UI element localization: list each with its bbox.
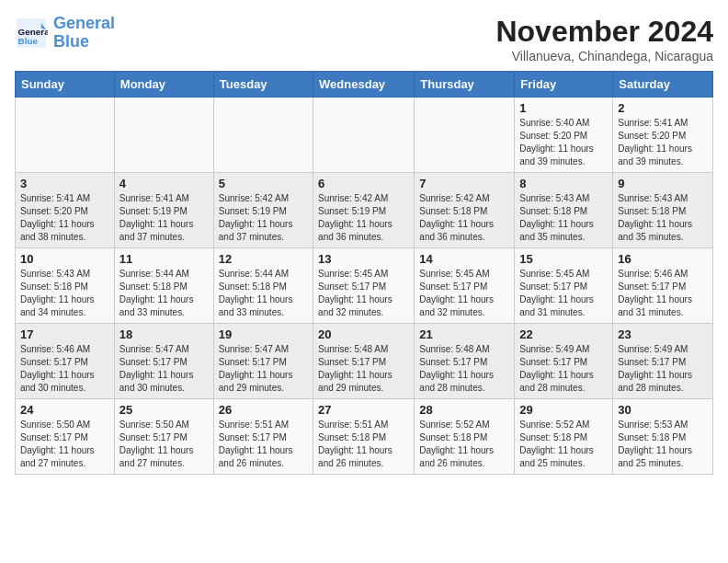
calendar-cell: 1Sunrise: 5:40 AM Sunset: 5:20 PM Daylig… (515, 98, 613, 173)
day-info: Sunrise: 5:45 AM Sunset: 5:17 PM Dayligh… (419, 268, 509, 319)
calendar-cell: 17Sunrise: 5:46 AM Sunset: 5:17 PM Dayli… (16, 324, 115, 399)
day-number: 24 (20, 403, 109, 417)
day-info: Sunrise: 5:40 AM Sunset: 5:20 PM Dayligh… (519, 117, 608, 168)
calendar-cell: 11Sunrise: 5:44 AM Sunset: 5:18 PM Dayli… (114, 248, 213, 324)
day-number: 18 (119, 327, 209, 341)
day-info: Sunrise: 5:52 AM Sunset: 5:18 PM Dayligh… (519, 419, 608, 470)
calendar-cell: 26Sunrise: 5:51 AM Sunset: 5:17 PM Dayli… (213, 399, 313, 475)
day-info: Sunrise: 5:43 AM Sunset: 5:18 PM Dayligh… (618, 192, 708, 244)
weekday-header-saturday: Saturday (613, 72, 713, 98)
day-info: Sunrise: 5:42 AM Sunset: 5:19 PM Dayligh… (219, 192, 308, 244)
weekday-header-tuesday: Tuesday (213, 72, 313, 98)
calendar-cell (313, 98, 415, 173)
day-info: Sunrise: 5:45 AM Sunset: 5:17 PM Dayligh… (318, 268, 409, 319)
calendar-cell: 14Sunrise: 5:45 AM Sunset: 5:17 PM Dayli… (415, 248, 515, 324)
calendar-cell: 16Sunrise: 5:46 AM Sunset: 5:17 PM Dayli… (613, 248, 713, 324)
title-block: November 2024 Villanueva, Chinandega, Ni… (495, 15, 713, 63)
day-info: Sunrise: 5:53 AM Sunset: 5:18 PM Dayligh… (618, 419, 708, 470)
day-number: 23 (618, 327, 708, 341)
day-info: Sunrise: 5:45 AM Sunset: 5:17 PM Dayligh… (519, 268, 608, 319)
day-number: 3 (20, 177, 109, 190)
weekday-header-row: SundayMondayTuesdayWednesdayThursdayFrid… (16, 72, 713, 98)
day-number: 7 (419, 177, 509, 190)
day-number: 1 (519, 101, 608, 115)
calendar-cell: 18Sunrise: 5:47 AM Sunset: 5:17 PM Dayli… (114, 324, 213, 399)
day-number: 21 (419, 327, 509, 341)
day-number: 2 (618, 101, 708, 115)
day-number: 12 (219, 252, 308, 266)
calendar-cell (213, 98, 313, 173)
calendar-cell: 10Sunrise: 5:43 AM Sunset: 5:18 PM Dayli… (16, 248, 115, 324)
day-number: 14 (419, 252, 509, 266)
calendar-cell (114, 98, 213, 173)
day-number: 26 (219, 403, 308, 417)
calendar-cell: 15Sunrise: 5:45 AM Sunset: 5:17 PM Dayli… (515, 248, 613, 324)
day-number: 10 (20, 252, 109, 266)
day-info: Sunrise: 5:51 AM Sunset: 5:17 PM Dayligh… (219, 419, 308, 470)
calendar-cell: 24Sunrise: 5:50 AM Sunset: 5:17 PM Dayli… (16, 399, 115, 475)
calendar-cell: 8Sunrise: 5:43 AM Sunset: 5:18 PM Daylig… (515, 173, 613, 248)
day-number: 22 (519, 327, 608, 341)
day-info: Sunrise: 5:47 AM Sunset: 5:17 PM Dayligh… (119, 343, 209, 395)
day-info: Sunrise: 5:41 AM Sunset: 5:19 PM Dayligh… (119, 192, 209, 244)
day-info: Sunrise: 5:46 AM Sunset: 5:17 PM Dayligh… (618, 268, 708, 319)
day-info: Sunrise: 5:51 AM Sunset: 5:18 PM Dayligh… (318, 419, 409, 470)
week-row-2: 3Sunrise: 5:41 AM Sunset: 5:20 PM Daylig… (16, 173, 713, 248)
calendar-cell: 12Sunrise: 5:44 AM Sunset: 5:18 PM Dayli… (213, 248, 313, 324)
day-number: 30 (618, 403, 708, 417)
day-info: Sunrise: 5:48 AM Sunset: 5:17 PM Dayligh… (318, 343, 409, 395)
day-info: Sunrise: 5:42 AM Sunset: 5:18 PM Dayligh… (419, 192, 509, 244)
day-info: Sunrise: 5:49 AM Sunset: 5:17 PM Dayligh… (618, 343, 708, 395)
day-info: Sunrise: 5:41 AM Sunset: 5:20 PM Dayligh… (20, 192, 109, 244)
weekday-header-wednesday: Wednesday (313, 72, 415, 98)
calendar-cell (415, 98, 515, 173)
day-number: 5 (219, 177, 308, 190)
calendar-cell: 27Sunrise: 5:51 AM Sunset: 5:18 PM Dayli… (313, 399, 415, 475)
svg-text:Blue: Blue (18, 35, 39, 45)
day-info: Sunrise: 5:44 AM Sunset: 5:18 PM Dayligh… (219, 268, 308, 319)
calendar-cell: 30Sunrise: 5:53 AM Sunset: 5:18 PM Dayli… (613, 399, 713, 475)
weekday-header-sunday: Sunday (16, 72, 115, 98)
day-number: 17 (20, 327, 109, 341)
day-number: 19 (219, 327, 308, 341)
calendar-cell: 13Sunrise: 5:45 AM Sunset: 5:17 PM Dayli… (313, 248, 415, 324)
logo-text: GeneralBlue (53, 15, 115, 52)
day-number: 29 (519, 403, 608, 417)
calendar-cell: 28Sunrise: 5:52 AM Sunset: 5:18 PM Dayli… (415, 399, 515, 475)
calendar-cell: 6Sunrise: 5:42 AM Sunset: 5:19 PM Daylig… (313, 173, 415, 248)
calendar-cell: 9Sunrise: 5:43 AM Sunset: 5:18 PM Daylig… (613, 173, 713, 248)
calendar-cell: 19Sunrise: 5:47 AM Sunset: 5:17 PM Dayli… (213, 324, 313, 399)
day-number: 6 (318, 177, 409, 190)
day-info: Sunrise: 5:43 AM Sunset: 5:18 PM Dayligh… (519, 192, 608, 244)
calendar-cell: 22Sunrise: 5:49 AM Sunset: 5:17 PM Dayli… (515, 324, 613, 399)
day-info: Sunrise: 5:42 AM Sunset: 5:19 PM Dayligh… (318, 192, 409, 244)
day-number: 28 (419, 403, 509, 417)
calendar-cell: 2Sunrise: 5:41 AM Sunset: 5:20 PM Daylig… (613, 98, 713, 173)
calendar-cell: 23Sunrise: 5:49 AM Sunset: 5:17 PM Dayli… (613, 324, 713, 399)
day-number: 25 (119, 403, 209, 417)
calendar-cell: 7Sunrise: 5:42 AM Sunset: 5:18 PM Daylig… (415, 173, 515, 248)
day-info: Sunrise: 5:41 AM Sunset: 5:20 PM Dayligh… (618, 117, 708, 168)
day-info: Sunrise: 5:52 AM Sunset: 5:18 PM Dayligh… (419, 419, 509, 470)
page-header: General Blue GeneralBlue November 2024 V… (15, 15, 713, 63)
day-info: Sunrise: 5:48 AM Sunset: 5:17 PM Dayligh… (419, 343, 509, 395)
day-info: Sunrise: 5:44 AM Sunset: 5:18 PM Dayligh… (119, 268, 209, 319)
weekday-header-monday: Monday (114, 72, 213, 98)
day-info: Sunrise: 5:43 AM Sunset: 5:18 PM Dayligh… (20, 268, 109, 319)
day-number: 8 (519, 177, 608, 190)
day-number: 11 (119, 252, 209, 266)
day-number: 4 (119, 177, 209, 190)
day-number: 9 (618, 177, 708, 190)
weekday-header-thursday: Thursday (415, 72, 515, 98)
week-row-3: 10Sunrise: 5:43 AM Sunset: 5:18 PM Dayli… (16, 248, 713, 324)
day-number: 16 (618, 252, 708, 266)
calendar-cell (16, 98, 115, 173)
day-info: Sunrise: 5:50 AM Sunset: 5:17 PM Dayligh… (119, 419, 209, 470)
calendar-cell: 3Sunrise: 5:41 AM Sunset: 5:20 PM Daylig… (16, 173, 115, 248)
day-number: 27 (318, 403, 409, 417)
calendar: SundayMondayTuesdayWednesdayThursdayFrid… (15, 71, 713, 475)
day-number: 15 (519, 252, 608, 266)
week-row-1: 1Sunrise: 5:40 AM Sunset: 5:20 PM Daylig… (16, 98, 713, 173)
calendar-cell: 20Sunrise: 5:48 AM Sunset: 5:17 PM Dayli… (313, 324, 415, 399)
day-number: 20 (318, 327, 409, 341)
